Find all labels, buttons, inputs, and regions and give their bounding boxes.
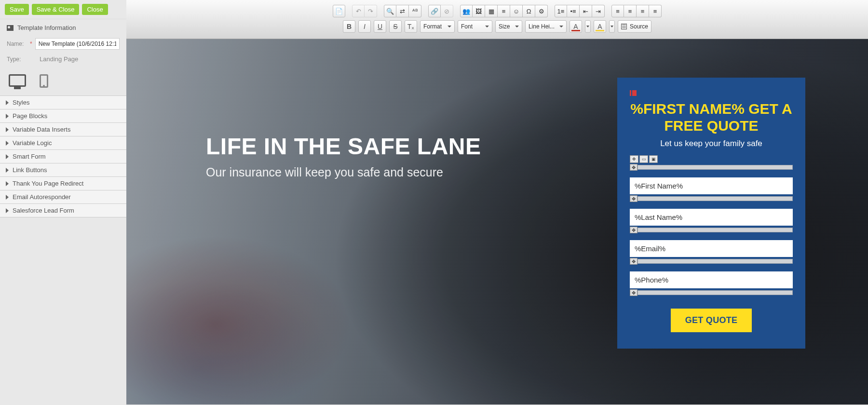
redo-icon[interactable]: ↷	[365, 5, 377, 17]
chevron-right-icon	[6, 195, 9, 200]
close-button[interactable]: Close	[82, 4, 108, 15]
drag-bar	[637, 165, 793, 170]
specialchar-icon[interactable]: ☺	[510, 5, 523, 17]
form-drag-row[interactable]: ✥	[630, 195, 793, 202]
name-field-row: Name: *	[0, 36, 126, 52]
accordion-item[interactable]: Variable Logic	[0, 136, 126, 150]
bg-color-button[interactable]: A	[594, 20, 606, 33]
hr-icon[interactable]: ≡	[498, 5, 510, 17]
template-name-input[interactable]	[35, 38, 120, 50]
format-dropdown[interactable]: Format	[420, 20, 455, 33]
save-button-row: Save Save & Close Close	[0, 0, 126, 19]
toolbar-group: 1≡•≡⇤⇥	[553, 5, 607, 17]
image-icon[interactable]: ▣	[649, 155, 658, 163]
form-input[interactable]	[630, 240, 793, 257]
size-dropdown[interactable]: Size	[495, 20, 522, 33]
text-color-dropdown[interactable]	[585, 20, 591, 33]
move-icon[interactable]: ✥	[630, 289, 637, 296]
source-button[interactable]: Source	[618, 20, 651, 33]
form-title: %FIRST NAME% GET AFREE QUOTE	[630, 101, 793, 134]
accordion-item[interactable]: Link Buttons	[0, 163, 126, 177]
image-icon[interactable]: 🖼	[473, 5, 485, 17]
accordion-item[interactable]: Thank You Page Redirect	[0, 177, 126, 190]
form-drag-row[interactable]: ✥	[630, 227, 793, 233]
lineheight-dropdown[interactable]: Line Hei...	[525, 20, 567, 33]
editor-canvas[interactable]: LIFE IN THE SAFE LANE Our insurance will…	[126, 39, 868, 405]
align-left-icon[interactable]: ≡	[611, 5, 624, 17]
strike-button[interactable]: S	[389, 20, 402, 33]
chevron-down-icon	[448, 26, 451, 27]
chevron-right-icon	[6, 154, 9, 159]
outdent-icon[interactable]: ⇤	[580, 5, 592, 17]
template-info-header: Template Information	[0, 19, 126, 36]
move-icon[interactable]: ✥	[630, 195, 637, 202]
omega-icon[interactable]: Ω	[523, 5, 535, 17]
hero-subtitle: Our insurance will keep you safe and sec…	[206, 165, 481, 179]
accordion-item[interactable]: Styles	[0, 96, 126, 109]
spellcheck-icon[interactable]: ᴬᴮ	[409, 5, 421, 17]
bold-button[interactable]: B	[343, 20, 355, 33]
desktop-view-icon[interactable]	[9, 74, 26, 87]
mobile-view-icon[interactable]	[40, 74, 48, 88]
chevron-right-icon	[6, 181, 9, 186]
accordion-label: Salesforce Lead Form	[13, 207, 74, 214]
italic-button[interactable]: I	[358, 20, 371, 33]
accordion-label: Variable Data Inserts	[13, 126, 70, 133]
table-icon[interactable]: ▦	[485, 5, 498, 17]
chevron-right-icon	[6, 141, 9, 146]
form-drag-row[interactable]: ✥	[630, 289, 793, 296]
chevron-down-icon	[515, 26, 519, 27]
name-label: Name:	[7, 40, 27, 47]
save-close-button[interactable]: Save & Close	[32, 4, 80, 15]
edit-icon[interactable]: ▭	[639, 155, 648, 163]
form-input[interactable]	[630, 177, 793, 194]
undo-icon[interactable]: ↶	[352, 5, 365, 17]
replace-icon[interactable]: ⇄	[396, 5, 409, 17]
smartform-icon[interactable]: 👥	[460, 5, 473, 17]
type-value: Landing Page	[38, 55, 78, 63]
accordion-item[interactable]: Email Autoresponder	[0, 190, 126, 204]
device-toggle-row	[0, 65, 126, 95]
accordion-item[interactable]: Salesforce Lead Form	[0, 204, 126, 217]
templates-icon[interactable]: 📄	[333, 5, 345, 17]
move-icon[interactable]: ✥	[630, 155, 638, 163]
move-icon[interactable]: ✥	[630, 227, 637, 233]
save-button[interactable]: Save	[5, 4, 29, 15]
quote-form-card[interactable]: %FIRST NAME% GET AFREE QUOTE Let us keep…	[617, 78, 805, 349]
indent-icon[interactable]: ⇥	[592, 5, 605, 17]
form-input[interactable]	[630, 271, 793, 288]
accordion-item[interactable]: Variable Data Inserts	[0, 123, 126, 136]
link-icon[interactable]: 🔗	[428, 5, 441, 17]
get-quote-button[interactable]: GET QUOTE	[671, 309, 752, 332]
clear-format-button[interactable]: Tₓ	[405, 20, 417, 33]
gear-icon[interactable]: ⚙	[535, 5, 548, 17]
move-icon[interactable]: ✥	[630, 258, 637, 265]
accordion-label: Link Buttons	[13, 166, 47, 174]
align-justify-icon[interactable]: ≡	[649, 5, 662, 17]
find-icon[interactable]: 🔍	[384, 5, 396, 17]
align-center-icon[interactable]: ≡	[624, 5, 637, 17]
required-star: *	[30, 40, 32, 47]
accordion-label: Styles	[13, 99, 29, 106]
bg-color-dropdown[interactable]	[609, 20, 615, 33]
font-dropdown[interactable]: Font	[458, 20, 492, 33]
unlink-icon[interactable]: ⊘	[441, 5, 453, 17]
text-color-button[interactable]: A	[570, 20, 582, 33]
chevron-right-icon	[6, 208, 9, 213]
accordion-label: Page Blocks	[13, 112, 47, 120]
drag-bar	[637, 196, 793, 201]
accordion-item[interactable]: Smart Form	[0, 150, 126, 163]
ul-icon[interactable]: •≡	[567, 5, 580, 17]
accordion-item[interactable]: Page Blocks	[0, 109, 126, 123]
toolbar-group: ↶↷	[350, 5, 379, 17]
toolbar-group: ≡≡≡≡	[610, 5, 664, 17]
align-right-icon[interactable]: ≡	[637, 5, 649, 17]
ol-icon[interactable]: 1≡	[555, 5, 567, 17]
chevron-right-icon	[6, 100, 9, 105]
underline-button[interactable]: U	[374, 20, 386, 33]
hero-text-block[interactable]: LIFE IN THE SAFE LANE Our insurance will…	[206, 133, 481, 179]
move-icon[interactable]: ✥	[630, 164, 637, 171]
form-drag-row[interactable]: ✥	[630, 164, 793, 171]
form-drag-row[interactable]: ✥	[630, 258, 793, 265]
form-input[interactable]	[630, 209, 793, 226]
